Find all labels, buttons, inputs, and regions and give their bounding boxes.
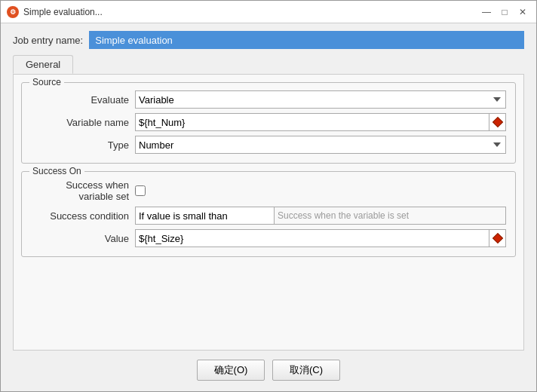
diamond-icon-variable <box>492 117 502 127</box>
tabs: General <box>13 55 524 74</box>
success-condition-group: Success when the variable is set <box>135 207 506 225</box>
title-bar: ⚙ Simple evaluation... — □ ✕ <box>1 1 536 23</box>
value-row: Value <box>31 229 506 247</box>
title-controls: — □ ✕ <box>479 5 530 20</box>
value-btn[interactable] <box>489 229 506 247</box>
success-condition-row: Success condition Success when the varia… <box>31 207 506 225</box>
evaluate-label: Evaluate <box>31 94 129 106</box>
confirm-button[interactable]: 确定(O) <box>197 360 265 381</box>
success-when-checkbox[interactable] <box>135 185 146 196</box>
variable-name-row: Variable name <box>31 113 506 131</box>
source-label: Source <box>29 77 64 87</box>
title-bar-left: ⚙ Simple evaluation... <box>7 6 103 18</box>
maximize-button[interactable]: □ <box>497 5 512 20</box>
success-section: Success On Success when variable set Suc… <box>21 171 516 257</box>
success-when-label: Success when variable set <box>31 179 129 202</box>
evaluate-select[interactable]: Variable Field String <box>135 90 506 109</box>
window-title: Simple evaluation... <box>23 7 103 17</box>
cancel-button[interactable]: 取消(C) <box>272 360 340 381</box>
success-checkbox-group <box>135 185 146 196</box>
minimize-button[interactable]: — <box>479 5 494 20</box>
value-input[interactable] <box>135 229 489 247</box>
content-area: Job entry name: General Source Evaluate … <box>1 23 536 351</box>
job-entry-label: Job entry name: <box>13 35 83 46</box>
value-input-group <box>135 229 506 247</box>
type-row: Type Number String Date <box>31 136 506 154</box>
value-label: Value <box>31 233 129 244</box>
type-select[interactable]: Number String Date <box>135 136 506 154</box>
variable-name-label: Variable name <box>31 117 129 128</box>
type-label: Type <box>31 139 129 151</box>
variable-name-input-group <box>135 113 506 131</box>
tab-content: Source Evaluate Variable Field String Va… <box>13 74 524 351</box>
close-button[interactable]: ✕ <box>515 5 530 20</box>
success-when-row: Success when variable set <box>31 179 506 202</box>
footer: 确定(O) 取消(C) <box>1 351 536 391</box>
job-entry-input[interactable] <box>89 31 524 49</box>
success-condition-input[interactable] <box>135 207 275 225</box>
variable-name-btn[interactable] <box>489 113 506 131</box>
diamond-icon-value <box>492 233 502 243</box>
evaluate-row: Evaluate Variable Field String <box>31 90 506 109</box>
window-icon: ⚙ <box>7 6 19 18</box>
source-section: Source Evaluate Variable Field String Va… <box>21 82 516 164</box>
success-condition-label: Success condition <box>31 210 129 222</box>
variable-name-input[interactable] <box>135 113 489 131</box>
tab-general[interactable]: General <box>13 55 73 74</box>
job-entry-row: Job entry name: <box>13 31 524 49</box>
main-window: ⚙ Simple evaluation... — □ ✕ Job entry n… <box>0 0 537 392</box>
success-label: Success On <box>29 166 84 176</box>
success-condition-hint: Success when the variable is set <box>275 207 506 225</box>
